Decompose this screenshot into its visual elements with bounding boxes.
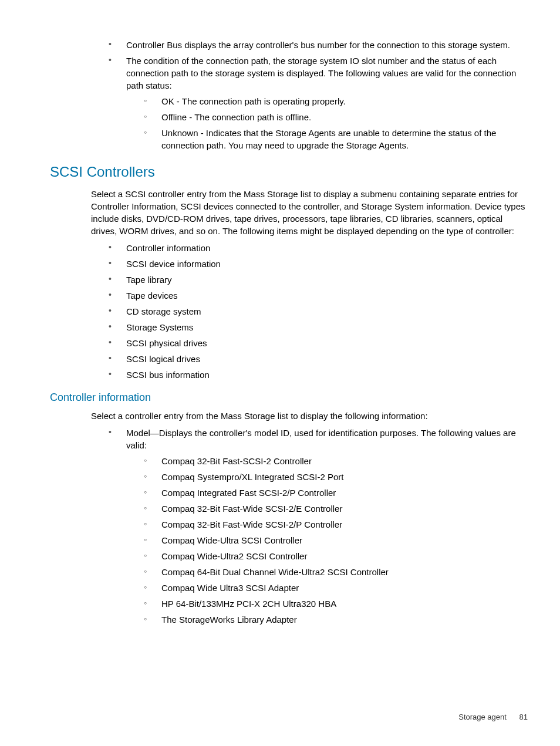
list-item: OK - The connection path is operating pr… bbox=[144, 95, 528, 107]
list-text: Compaq Integrated Fast SCSI-2/P Controll… bbox=[161, 488, 336, 498]
page-content: Controller Bus displays the array contro… bbox=[50, 39, 528, 626]
scsi-items-list: Controller information SCSI device infor… bbox=[91, 242, 528, 381]
list-text: OK - The connection path is operating pr… bbox=[161, 96, 346, 106]
list-item: HP 64-Bit/133MHz PCI-X 2CH Ultra320 HBA bbox=[144, 598, 528, 610]
list-text: The StorageWorks Library Adapter bbox=[161, 615, 297, 625]
list-item: Controller information bbox=[109, 242, 528, 254]
list-text: Controller Bus displays the array contro… bbox=[126, 40, 510, 50]
list-text: Compaq Systempro/XL Integrated SCSI-2 Po… bbox=[161, 472, 343, 482]
list-text: Offline - The connection path is offline… bbox=[161, 112, 311, 122]
list-item: Tape library bbox=[109, 274, 528, 286]
list-item: SCSI bus information bbox=[109, 369, 528, 381]
list-item: Compaq Integrated Fast SCSI-2/P Controll… bbox=[144, 487, 528, 499]
list-item: The condition of the connection path, th… bbox=[109, 55, 528, 151]
list-item: Tape devices bbox=[109, 289, 528, 302]
list-text: Compaq 32-Bit Fast-Wide SCSI-2/P Control… bbox=[161, 519, 342, 529]
list-text: Compaq 32-Bit Fast-Wide SCSI-2/E Control… bbox=[161, 504, 342, 514]
intro-list: Controller Bus displays the array contro… bbox=[91, 39, 528, 151]
list-text: Tape library bbox=[126, 275, 172, 285]
footer-section: Storage agent bbox=[458, 713, 507, 721]
list-item: Compaq 32-Bit Fast-SCSI-2 Controller bbox=[144, 455, 528, 467]
list-text: Controller information bbox=[126, 243, 210, 253]
list-text: Compaq Wide-Ultra2 SCSI Controller bbox=[161, 551, 307, 561]
list-text: Unknown - Indicates that the Storage Age… bbox=[161, 128, 496, 150]
list-text: Compaq 64-Bit Dual Channel Wide-Ultra2 S… bbox=[161, 567, 389, 577]
scsi-intro-paragraph: Select a SCSI controller entry from the … bbox=[91, 188, 528, 237]
list-text: Model—Displays the controller's model ID… bbox=[126, 428, 516, 450]
controller-info-heading: Controller information bbox=[50, 390, 528, 405]
list-text: Tape devices bbox=[126, 291, 178, 301]
model-values-list: Compaq 32-Bit Fast-SCSI-2 Controller Com… bbox=[126, 455, 528, 626]
list-item: Compaq 32-Bit Fast-Wide SCSI-2/E Control… bbox=[144, 502, 528, 515]
list-item: Storage Systems bbox=[109, 321, 528, 333]
list-text: Compaq Wide Ultra3 SCSI Adapter bbox=[161, 583, 299, 593]
list-item: Compaq Wide Ultra3 SCSI Adapter bbox=[144, 582, 528, 594]
list-item: Offline - The connection path is offline… bbox=[144, 111, 528, 123]
scsi-controllers-heading: SCSI Controllers bbox=[50, 162, 528, 182]
list-text: CD storage system bbox=[126, 306, 201, 316]
footer-page-number: 81 bbox=[519, 713, 528, 721]
controller-info-intro: Select a controller entry from the Mass … bbox=[91, 410, 528, 422]
list-item: Model—Displays the controller's model ID… bbox=[109, 427, 528, 626]
list-text: SCSI physical drives bbox=[126, 338, 207, 348]
list-text: Compaq 32-Bit Fast-SCSI-2 Controller bbox=[161, 456, 312, 466]
list-item: Compaq 32-Bit Fast-Wide SCSI-2/P Control… bbox=[144, 518, 528, 531]
list-text: SCSI bus information bbox=[126, 370, 210, 380]
page-footer: Storage agent 81 bbox=[458, 712, 528, 723]
list-item: Controller Bus displays the array contro… bbox=[109, 39, 528, 51]
list-text: Compaq Wide-Ultra SCSI Controller bbox=[161, 535, 302, 545]
list-text: HP 64-Bit/133MHz PCI-X 2CH Ultra320 HBA bbox=[161, 599, 336, 609]
list-text: Storage Systems bbox=[126, 322, 193, 332]
list-item: SCSI device information bbox=[109, 258, 528, 270]
controller-info-list: Model—Displays the controller's model ID… bbox=[91, 427, 528, 626]
list-item: Compaq Systempro/XL Integrated SCSI-2 Po… bbox=[144, 471, 528, 483]
sub-list: OK - The connection path is operating pr… bbox=[126, 95, 528, 151]
list-item: SCSI logical drives bbox=[109, 353, 528, 365]
list-text: SCSI logical drives bbox=[126, 354, 200, 364]
list-text: The condition of the connection path, th… bbox=[126, 56, 516, 90]
list-text: SCSI device information bbox=[126, 259, 221, 269]
list-item: Compaq 64-Bit Dual Channel Wide-Ultra2 S… bbox=[144, 566, 528, 578]
list-item: Unknown - Indicates that the Storage Age… bbox=[144, 127, 528, 151]
list-item: Compaq Wide-Ultra2 SCSI Controller bbox=[144, 550, 528, 562]
list-item: Compaq Wide-Ultra SCSI Controller bbox=[144, 534, 528, 546]
list-item: SCSI physical drives bbox=[109, 337, 528, 349]
list-item: The StorageWorks Library Adapter bbox=[144, 613, 528, 626]
list-item: CD storage system bbox=[109, 305, 528, 318]
